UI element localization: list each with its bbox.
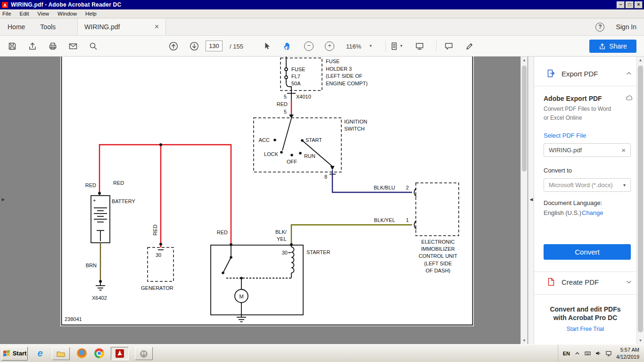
page-fit-icon[interactable] [389,41,399,51]
pin-2: 2 [406,185,409,190]
menu-window[interactable]: Window [53,11,81,16]
left-panel-toggle-icon[interactable]: ▶ [0,194,7,205]
panel-scroll-down-icon[interactable]: ▼ [637,337,644,344]
export-description-line2: or Excel Online [544,114,611,123]
start-label: Start [13,350,27,357]
format-dropdown[interactable]: Microsoft Word (*.docx) ▾ [544,178,631,192]
dropdown-caret-icon: ▾ [623,182,626,188]
folder-icon [56,349,66,358]
menu-edit[interactable]: Edit [16,11,33,16]
tools-panel: Export PDF Adobe Export PDF Convert PDF … [534,57,644,344]
zoom-caret-down-icon[interactable]: ▾ [370,43,372,48]
print-icon[interactable] [48,41,58,51]
hand-tool-icon[interactable] [282,41,292,51]
taskbar-chrome-icon[interactable] [93,347,105,360]
save-icon[interactable] [8,41,17,51]
page-fit-caret-icon[interactable]: ▾ [400,43,403,48]
scrollbar-thumb[interactable] [522,66,527,172]
chevron-up-icon[interactable] [625,70,633,77]
display-icon[interactable] [605,350,612,356]
chevron-down-icon[interactable] [625,278,633,286]
page-count: / 155 [230,43,243,50]
zoom-out-icon[interactable]: − [304,41,314,51]
taskbar-internet-explorer-icon[interactable]: e [34,347,46,360]
taskbar: Start e EN 5:57 AM 4/12/2019 [0,344,644,362]
windows-logo-icon [3,350,10,357]
keyboard-icon[interactable] [585,350,591,356]
create-pdf-section[interactable]: Create PDF [546,277,633,287]
taskbar-firefox-icon[interactable] [76,347,87,360]
convert-to-label: Convert to [544,167,572,174]
fuse-holder-label-2: HOLDER 3 [326,66,352,72]
clock[interactable]: 5:57 AM 4/12/2019 [616,346,639,360]
position-run: RUN [304,153,315,159]
divider [534,294,636,295]
wire-blk-blu-label: BLK/BLU [374,185,395,190]
panel-scroll-up-icon[interactable]: ▲ [637,57,644,64]
share-button[interactable]: Share [589,40,636,53]
page-number-input[interactable] [206,41,223,51]
ground-x6402: X6402 [92,280,107,301]
next-page-icon[interactable] [190,41,199,51]
taskbar-explorer-window[interactable] [52,347,70,360]
language-indicator[interactable]: EN [563,351,570,356]
fuse-holder-3: FUSE FL7 50A FUSE HOLDER 3 (LEFT SIDE OF… [281,57,368,90]
select-pdf-file-link[interactable]: Select PDF File [544,132,586,139]
zoom-in-icon[interactable]: + [325,41,334,51]
scroll-down-icon[interactable]: ▼ [521,337,528,344]
remove-file-icon[interactable]: × [621,146,626,154]
taskbar-acrobat-window[interactable] [111,347,129,360]
change-language-link[interactable]: Change [582,209,603,216]
panel-scrollbar[interactable]: ▲ ▼ [636,57,644,344]
toolbar: / 155 − + 116% ▾ ▾ Share [0,36,644,57]
connector-x4010: 5 X4010 RED 5 [277,90,311,115]
export-pdf-section[interactable]: Export PDF [546,69,633,78]
maximize-button[interactable]: □ [626,1,634,8]
selected-file-pill[interactable]: WIRING.pdf × [544,143,631,157]
tab-tools[interactable]: Tools [35,23,65,31]
comment-icon[interactable] [444,41,454,51]
generator-label: GENERATOR [141,285,173,291]
wire-red-left-label: RED [85,182,96,188]
help-icon[interactable]: ? [595,23,604,32]
wire-brn-label: BRN [86,263,97,268]
start-button[interactable]: Start [1,346,28,361]
gimp-icon [139,349,149,358]
document-scrollbar[interactable]: ▲ ▼ [520,57,528,344]
wire-blk-yel [291,225,412,245]
taskbar-gimp-window[interactable] [135,347,153,360]
upload-share-icon[interactable] [28,41,37,51]
clock-time: 5:57 AM [616,346,639,353]
start-free-trial-link[interactable]: Start Free Trial [534,326,636,332]
minimize-button[interactable]: – [617,1,625,8]
highlighter-icon[interactable] [465,41,474,51]
tab-document-label: WIRING.pdf [84,23,120,31]
menu-file[interactable]: File [0,11,16,16]
adobe-export-pdf-title: Adobe Export PDF [544,95,602,102]
volume-icon[interactable] [595,350,601,356]
previous-page-icon[interactable] [169,41,178,51]
sign-in-link[interactable]: Sign In [616,23,636,31]
pdf-page[interactable]: 238041 FUSE FL7 50A FUSE HOLDER 3 (LEFT … [60,57,474,326]
motor-symbol: M [239,294,243,299]
zoom-level[interactable]: 116% [346,43,361,50]
selected-file-name: WIRING.pdf [549,147,582,154]
panel-scrollbar-thumb[interactable] [638,66,643,332]
select-tool-icon[interactable] [262,41,272,51]
tab-document[interactable]: WIRING.pdf × [77,18,166,35]
battery-label: BATTERY [112,198,135,204]
close-tab-icon[interactable]: × [155,23,159,31]
wire-red-generator-label: RED [152,224,158,235]
email-icon[interactable] [68,41,78,51]
menu-help[interactable]: Help [81,11,101,16]
immobilizer-label-4: (LEFT SIDE [424,261,452,266]
scroll-up-icon[interactable]: ▲ [521,57,528,64]
close-button[interactable]: × [635,1,643,8]
presentation-mode-icon[interactable] [415,41,424,51]
hidden-icons-chevron-icon[interactable] [574,350,580,356]
tab-home[interactable]: Home [0,23,35,31]
convert-button[interactable]: Convert [544,244,631,260]
menu-view[interactable]: View [33,11,53,16]
search-zoom-icon[interactable] [89,41,98,51]
connector-x4010-label: X4010 [296,94,311,99]
